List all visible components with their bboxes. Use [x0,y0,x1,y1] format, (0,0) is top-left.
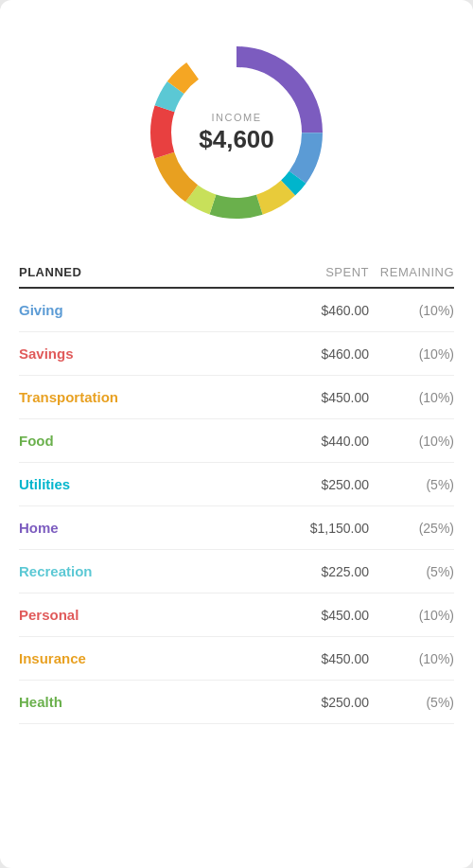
category-name: Personal [19,607,293,623]
category-percent: (5%) [369,477,454,492]
col-planned-label: PLANNED [19,265,293,279]
category-name: Insurance [19,650,293,666]
col-remaining-label: REMAINING [369,265,454,279]
table-row: Insurance$450.00(10%) [19,637,454,681]
category-name: Savings [19,345,293,362]
category-amount: $250.00 [293,695,369,710]
category-amount: $250.00 [293,477,369,492]
main-card: INCOME $4,600 PLANNED SPENT REMAINING Gi… [0,0,473,868]
category-amount: $450.00 [293,608,369,623]
category-percent: (10%) [369,608,454,623]
category-amount: $450.00 [293,390,369,405]
category-percent: (10%) [369,346,454,362]
donut-section: INCOME $4,600 [0,0,473,256]
category-name: Health [19,694,293,710]
table-row: Health$250.00(5%) [19,681,454,724]
category-amount: $225.00 [293,564,369,579]
category-name: Home [19,520,293,536]
category-percent: (5%) [369,695,454,710]
category-name: Food [19,433,293,449]
category-percent: (10%) [369,303,454,318]
category-percent: (10%) [369,651,454,666]
category-name: Utilities [19,476,293,492]
category-name: Giving [19,302,293,318]
table-row: Transportation$450.00(10%) [19,376,454,419]
table-row: Food$440.00(10%) [19,419,454,463]
table-row: Utilities$250.00(5%) [19,463,454,506]
category-name: Recreation [19,563,293,579]
table-rows: Giving$460.00(10%)Savings$460.00(10%)Tra… [19,289,454,724]
income-label: INCOME [199,112,274,123]
col-spent-label: SPENT [293,265,369,279]
category-amount: $450.00 [293,651,369,666]
category-amount: $460.00 [293,346,369,362]
budget-table: PLANNED SPENT REMAINING Giving$460.00(10… [0,256,473,724]
category-name: Transportation [19,389,293,405]
table-row: Recreation$225.00(5%) [19,550,454,593]
category-amount: $1,150.00 [293,521,369,536]
table-header: PLANNED SPENT REMAINING [19,256,454,289]
donut-label: INCOME $4,600 [199,112,274,154]
category-percent: (5%) [369,564,454,579]
category-amount: $440.00 [293,434,369,449]
table-row: Home$1,150.00(25%) [19,506,454,550]
category-percent: (25%) [369,521,454,536]
category-percent: (10%) [369,390,454,405]
category-percent: (10%) [369,434,454,449]
table-row: Personal$450.00(10%) [19,593,454,637]
table-row: Savings$460.00(10%) [19,332,454,376]
table-row: Giving$460.00(10%) [19,289,454,332]
category-amount: $460.00 [293,303,369,318]
donut-chart: INCOME $4,600 [142,38,331,227]
income-amount: $4,600 [199,125,274,154]
